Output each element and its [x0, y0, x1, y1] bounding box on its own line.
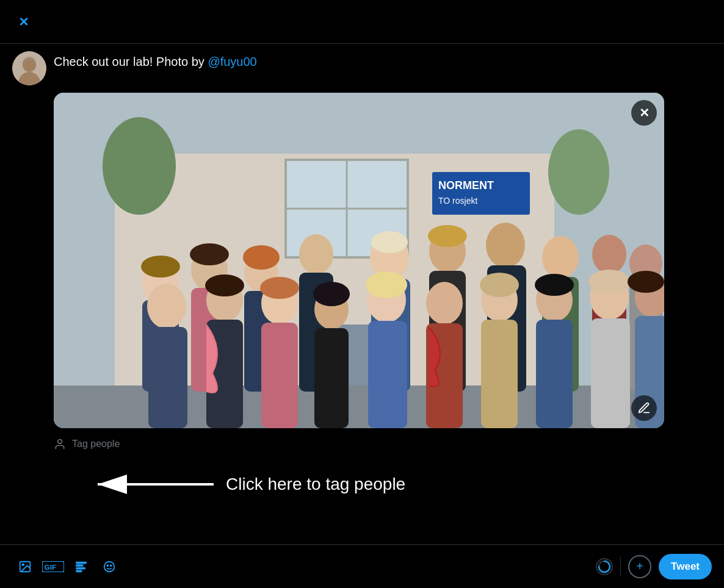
add-tweet-button[interactable]: + — [628, 555, 651, 578]
toolbar-divider — [620, 557, 621, 576]
toolbar-right: + Tweet — [596, 554, 712, 579]
svg-point-71 — [58, 440, 62, 444]
edit-photo-button[interactable] — [631, 395, 657, 421]
svg-point-83 — [110, 565, 112, 566]
photo-image: NORMENT TO rosjekt — [54, 93, 664, 428]
svg-point-64 — [260, 277, 299, 299]
svg-point-70 — [628, 271, 664, 293]
svg-point-15 — [103, 117, 176, 215]
svg-rect-79 — [76, 567, 85, 568]
svg-rect-47 — [368, 321, 407, 428]
tweet-mention[interactable]: @fuyu00 — [208, 55, 256, 68]
remove-photo-button[interactable]: ✕ — [631, 100, 657, 126]
svg-rect-43 — [261, 323, 298, 428]
image-upload-button[interactable] — [12, 554, 38, 579]
annotation-arrow — [85, 460, 220, 509]
photo-container: NORMENT TO rosjekt — [54, 93, 664, 428]
image-icon — [18, 560, 32, 573]
edit-photo-icon — [637, 401, 651, 415]
svg-point-58 — [141, 256, 180, 278]
tweet-text-before-mention: Check out our lab! Photo by — [54, 55, 208, 68]
list-icon — [74, 560, 88, 573]
svg-point-65 — [313, 282, 350, 306]
svg-point-66 — [366, 271, 407, 298]
avatar — [12, 51, 46, 85]
svg-point-32 — [542, 236, 579, 279]
avatar-svg — [12, 51, 46, 85]
bottom-toolbar: GIF — [0, 544, 724, 588]
svg-rect-51 — [481, 320, 518, 428]
close-button[interactable]: × — [12, 10, 35, 34]
tag-people-label: Tag people — [72, 439, 120, 450]
tweet-text: Check out our lab! Photo by @fuyu00 — [54, 51, 257, 69]
char-limit-svg — [597, 559, 612, 574]
svg-point-48 — [426, 282, 463, 324]
svg-rect-80 — [76, 570, 82, 572]
svg-rect-39 — [148, 327, 187, 428]
svg-rect-55 — [591, 318, 630, 428]
svg-point-81 — [104, 561, 115, 572]
add-icon: + — [636, 559, 643, 573]
compose-area: Check out our lab! Photo by @fuyu00 — [0, 44, 724, 460]
tweet-submit-button[interactable]: Tweet — [659, 554, 712, 579]
user-row: Check out our lab! Photo by @fuyu00 — [12, 51, 712, 85]
poll-button[interactable] — [68, 554, 94, 579]
tag-people-icon — [54, 438, 66, 450]
svg-point-34 — [592, 235, 626, 274]
emoji-icon — [103, 560, 116, 573]
annotation-text: Click here to tag people — [226, 475, 405, 494]
svg-rect-78 — [76, 565, 83, 566]
svg-point-1 — [23, 57, 36, 70]
svg-point-63 — [205, 274, 244, 296]
svg-point-59 — [190, 243, 229, 265]
svg-rect-45 — [314, 328, 349, 428]
svg-point-16 — [548, 129, 609, 215]
svg-rect-77 — [76, 562, 87, 563]
svg-text:TO rosjekt: TO rosjekt — [438, 196, 477, 206]
gif-button[interactable]: GIF — [40, 554, 66, 579]
tag-people-row[interactable]: Tag people — [54, 434, 712, 454]
svg-point-0 — [12, 51, 46, 85]
toolbar-left: GIF — [12, 554, 596, 579]
svg-point-2 — [18, 74, 40, 85]
svg-point-38 — [147, 284, 186, 329]
svg-point-74 — [22, 564, 24, 565]
emoji-button[interactable] — [96, 554, 122, 579]
svg-point-69 — [588, 270, 630, 294]
group-photo-svg: NORMENT TO rosjekt — [54, 93, 664, 428]
svg-point-24 — [299, 234, 333, 274]
tweet-button-label: Tweet — [671, 561, 700, 572]
annotation-area: Click here to tag people — [85, 460, 405, 509]
close-icon: × — [19, 12, 28, 31]
avatar-image — [12, 51, 46, 85]
svg-point-62 — [428, 225, 467, 247]
remove-photo-icon: ✕ — [639, 106, 650, 120]
character-limit-indicator — [596, 558, 613, 575]
svg-point-68 — [535, 274, 574, 296]
svg-point-82 — [107, 565, 108, 566]
svg-point-67 — [480, 273, 519, 297]
svg-rect-12 — [432, 172, 530, 215]
svg-rect-53 — [536, 320, 573, 428]
gif-icon: GIF — [42, 561, 64, 572]
top-bar: × — [0, 0, 724, 44]
svg-point-60 — [243, 245, 280, 270]
svg-point-30 — [486, 223, 525, 268]
svg-text:NORMENT: NORMENT — [438, 179, 494, 192]
svg-point-61 — [371, 231, 408, 253]
svg-text:GIF: GIF — [45, 562, 56, 570]
